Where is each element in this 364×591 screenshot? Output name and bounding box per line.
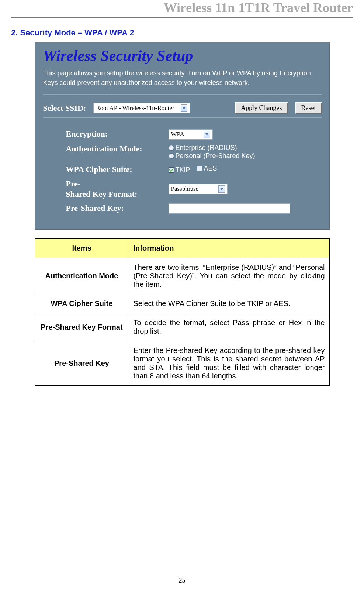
cipher-tkip-label: TKIP (176, 166, 190, 174)
panel-description: This page allows you setup the wireless … (43, 68, 322, 87)
psk-format-row: Pre- Shared Key Format: Passphrase (66, 179, 322, 199)
cipher-label: WPA Cipher Suite: (66, 165, 162, 174)
info-table: Items Information Authentication Mode Th… (35, 238, 330, 386)
table-row: Pre-Shared Key Enter the Pre-shared Key … (35, 341, 329, 386)
table-head-information: Information (129, 239, 329, 258)
psk-label: Pre-Shared Key: (66, 203, 162, 213)
document-header: Wireless 11n 1T1R Travel Router (11, 0, 353, 18)
cipher-row: WPA Cipher Suite: TKIP AES (66, 165, 322, 174)
table-row: Authentication Mode There are two items,… (35, 258, 329, 294)
cipher-aes-checkbox[interactable]: AES (197, 165, 217, 172)
table-cell-item: Authentication Mode (35, 258, 129, 294)
auth-enterprise-label: Enterprise (RADIUS) (176, 144, 237, 152)
encryption-value: WPA (171, 131, 201, 138)
radio-icon (169, 153, 174, 159)
encryption-label: Encryption: (66, 129, 162, 139)
ssid-select-value: Root AP - Wireless-11n-Router (96, 104, 178, 112)
ssid-select[interactable]: Root AP - Wireless-11n-Router (93, 103, 190, 113)
table-cell-info: To decide the format, select Pass phrase… (129, 313, 329, 341)
auth-personal-radio[interactable]: Personal (Pre-Shared Key) (169, 152, 255, 160)
encryption-row: Encryption: WPA (66, 129, 322, 140)
auth-mode-label: Authentication Mode: (66, 144, 162, 154)
apply-changes-button[interactable]: Apply Changes (235, 102, 288, 114)
psk-format-value: Passphrase (171, 185, 215, 193)
form-block: Encryption: WPA Authentication Mode: Ent… (43, 129, 322, 214)
screenshot-frame: Wireless Security Setup This page allows… (35, 42, 330, 230)
psk-format-label-line2: Shared Key Format: (66, 189, 138, 199)
psk-format-select[interactable]: Passphrase (169, 184, 228, 194)
table-head-items: Items (35, 239, 129, 258)
psk-row: Pre-Shared Key: (66, 203, 322, 214)
panel-title: Wireless Security Setup (43, 47, 322, 65)
wireless-security-panel: Wireless Security Setup This page allows… (35, 42, 329, 229)
checkbox-checked-icon (169, 167, 174, 173)
table-cell-info: Enter the Pre-shared Key according to th… (129, 341, 329, 386)
ssid-row: Select SSID: Root AP - Wireless-11n-Rout… (43, 102, 322, 114)
table-row: WPA Cipher Suite Select the WPA Cipher S… (35, 294, 329, 313)
auth-enterprise-radio[interactable]: Enterprise (RADIUS) (169, 144, 237, 152)
chevron-down-icon (181, 104, 187, 112)
section-heading: 2. Security Mode – WPA / WPA 2 (11, 28, 353, 38)
chevron-down-icon (204, 131, 210, 138)
chevron-down-icon (218, 185, 225, 193)
psk-format-label: Pre- Shared Key Format: (66, 179, 162, 199)
checkbox-icon (197, 166, 202, 171)
table-cell-info: Select the WPA Cipher Suite to be TKIP o… (129, 294, 329, 313)
page-number: 25 (0, 577, 364, 584)
page: Wireless 11n 1T1R Travel Router 2. Secur… (0, 0, 364, 591)
auth-mode-row: Authentication Mode: Enterprise (RADIUS)… (66, 144, 322, 160)
table-cell-item: WPA Cipher Suite (35, 294, 129, 313)
table-row: Pre-Shared Key Format To decide the form… (35, 313, 329, 341)
table-cell-item: Pre-Shared Key (35, 341, 129, 386)
radio-icon (169, 145, 174, 151)
table-cell-item: Pre-Shared Key Format (35, 313, 129, 341)
psk-input[interactable] (169, 203, 290, 214)
reset-button[interactable]: Reset (295, 102, 322, 114)
divider (43, 117, 322, 118)
encryption-select[interactable]: WPA (169, 129, 213, 140)
auth-personal-label: Personal (Pre-Shared Key) (176, 152, 255, 160)
cipher-aes-label: AES (204, 165, 217, 172)
ssid-label: Select SSID: (43, 103, 86, 113)
divider (43, 94, 322, 95)
cipher-tkip-checkbox[interactable]: TKIP (169, 166, 190, 174)
table-cell-info: There are two items, “Enterprise (RADIUS… (129, 258, 329, 294)
psk-format-label-line1: Pre- (66, 179, 81, 188)
